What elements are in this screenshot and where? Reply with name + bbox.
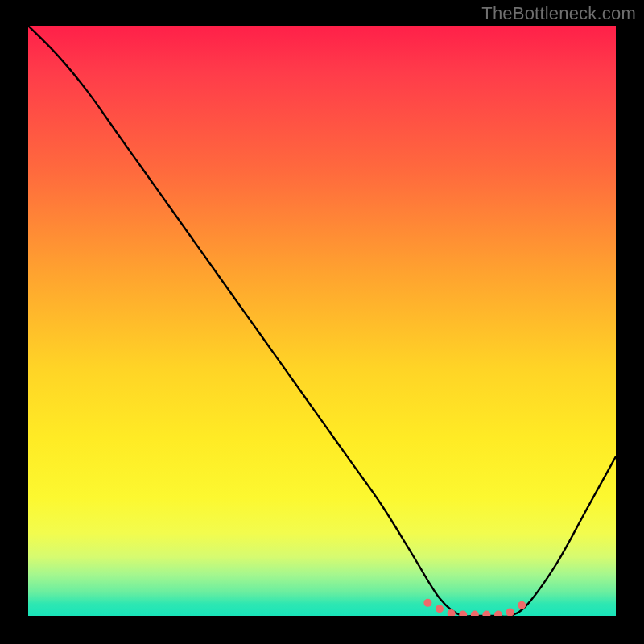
plot-area [28,26,616,616]
marker-dot [482,611,490,616]
chart-svg [28,26,616,616]
bottleneck-curve-line [28,26,616,616]
marker-dot [471,611,479,616]
marker-dot [494,611,502,616]
marker-dots-group [423,599,526,616]
marker-dot [436,605,444,613]
watermark-text: TheBottleneck.com [481,3,636,24]
marker-dot [448,609,456,616]
marker-dot [506,609,514,616]
chart-frame: TheBottleneck.com [0,0,644,644]
marker-dot [518,601,526,609]
marker-dot [459,611,467,616]
marker-dot [423,599,431,607]
